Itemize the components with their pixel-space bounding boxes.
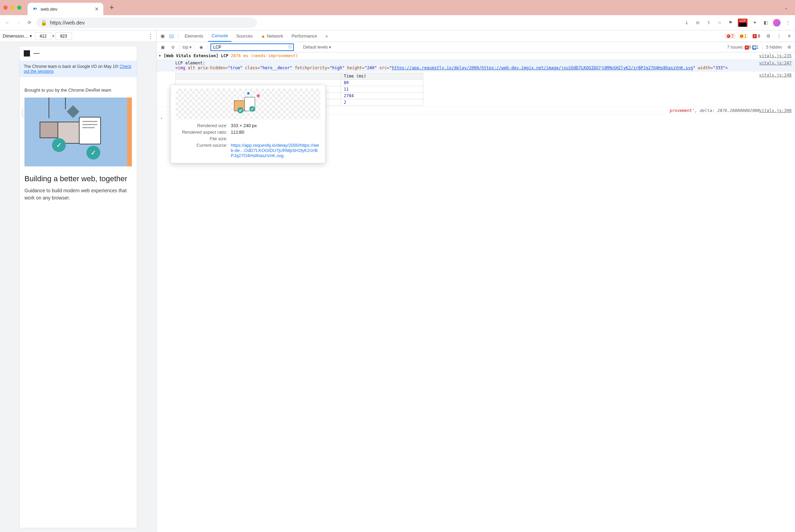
expand-toggle[interactable]: ▼ xyxy=(159,54,161,58)
lcp-extension-badge[interactable]: LCP 2.88 xyxy=(738,19,747,27)
back-button[interactable]: ← xyxy=(3,20,11,25)
console-filter-bar: ▣ ⊘ top ▾ ◉ ⓧ Default levels ▾ 7 Issues:… xyxy=(157,42,795,52)
window-controls xyxy=(3,6,21,10)
tab-title: web.dev xyxy=(41,7,57,12)
page-body: Brought to you by the Chrome DevRel team… xyxy=(20,77,137,206)
source-link[interactable]: vitals.js:247 xyxy=(759,61,792,65)
table-cell: 2784 xyxy=(341,93,423,99)
tab-performance[interactable]: Performance xyxy=(288,30,320,42)
log-value: 2876 ms xyxy=(231,53,248,58)
promo-banner: The Chrome team is back at Google I/O on… xyxy=(20,61,137,77)
hover-value xyxy=(231,136,320,141)
console-sidebar-toggle-icon[interactable]: ▣ xyxy=(159,45,166,50)
hover-key: Current source: xyxy=(176,143,227,158)
height-input[interactable] xyxy=(55,32,72,40)
log-label: LCP element: xyxy=(175,61,205,65)
lcp-badge-label: LCP xyxy=(740,19,746,22)
log-delta-label: , delta: xyxy=(694,108,714,113)
source-link[interactable]: vitals.js:248 xyxy=(759,73,792,78)
devtools-panel: ▣ ▯▯ Elements Console Sources ▲Network P… xyxy=(157,30,795,532)
extensions-icon[interactable]: ✦ xyxy=(751,20,758,25)
dimension-inputs: × xyxy=(35,32,72,40)
lcp-badge-value: 2.88 xyxy=(739,23,746,27)
live-expression-icon[interactable]: ◉ xyxy=(197,45,205,50)
tabs-dropdown-button[interactable]: ⌄ xyxy=(781,5,792,10)
source-link[interactable]: vitals.js:308 xyxy=(759,108,792,113)
hover-source-link[interactable]: https://app.requestly.io/delay/2000/http… xyxy=(231,143,319,158)
source-link[interactable]: vitals.js:235 xyxy=(759,53,792,58)
reload-button[interactable]: ⟳ xyxy=(25,20,33,25)
tab-elements[interactable]: Elements xyxy=(181,30,207,42)
img-src-link[interactable]: https://app.requestly.io/delay/2000/http… xyxy=(392,65,693,70)
warning-count-badge[interactable]: !1 xyxy=(738,33,748,39)
issues-message-icon: 💬 xyxy=(752,45,756,50)
clear-filter-icon[interactable]: ⓧ xyxy=(288,44,292,50)
banner-text: The Chrome team is back at Google I/O on… xyxy=(24,64,120,69)
console-log-row[interactable]: vitals.js:247 LCP element: <img alt aria… xyxy=(157,60,795,72)
device-bar-menu[interactable]: ⋮ xyxy=(147,32,154,40)
hidden-count: 5 hidden xyxy=(766,45,782,50)
page-header xyxy=(20,46,137,61)
bookmark-icon[interactable]: ☆ xyxy=(716,20,723,25)
svg-point-2 xyxy=(237,107,244,113)
console-settings-icon[interactable]: ⚙ xyxy=(785,45,793,50)
error-count-badge[interactable]: ✕7 xyxy=(725,33,735,39)
hover-thumbnail xyxy=(176,89,320,120)
console-output: ▼ vitals.js:235 [Web Vitals Extension] L… xyxy=(157,52,795,532)
new-tab-button[interactable]: + xyxy=(106,3,117,12)
share-icon[interactable]: ⇧ xyxy=(705,20,712,25)
emulated-viewport-wrap: The Chrome team is back at Google I/O on… xyxy=(0,42,156,532)
devtools-close-icon[interactable]: ✕ xyxy=(785,33,793,39)
fullscreen-window-button[interactable] xyxy=(17,6,21,10)
clear-console-icon[interactable]: ⊘ xyxy=(169,45,177,50)
tab-overflow[interactable]: » xyxy=(322,30,331,42)
log-levels-dropdown[interactable]: Default levels ▾ xyxy=(303,45,331,50)
tab-console[interactable]: Console xyxy=(208,30,231,42)
tab-favicon xyxy=(32,6,38,12)
forward-button[interactable]: → xyxy=(14,20,22,25)
tab-sources[interactable]: Sources xyxy=(233,30,256,42)
console-filter-input[interactable] xyxy=(211,44,293,51)
col-time: Time (ms) xyxy=(341,73,423,80)
context-selector[interactable]: top ▾ xyxy=(183,45,192,50)
log-prefix: [Web Vitals Extension] xyxy=(164,53,218,58)
hamburger-icon[interactable] xyxy=(33,53,40,54)
page-heading: Building a better web, together xyxy=(24,174,132,184)
browser-tab[interactable]: web.dev × xyxy=(28,3,103,15)
hover-value: 111∶80 xyxy=(231,130,320,135)
device-toggle-icon[interactable]: ▯▯ xyxy=(168,33,175,39)
hero-image: ✓ ✓ xyxy=(24,98,132,166)
svg-rect-5 xyxy=(256,94,260,98)
close-window-button[interactable] xyxy=(3,6,8,10)
tab-network[interactable]: ▲Network xyxy=(258,30,287,42)
issues-button[interactable]: 7 Issues: ✕6 💬1 xyxy=(727,45,759,50)
dimensions-dropdown[interactable]: Dimension… ▾ xyxy=(3,33,32,39)
sidepanel-icon[interactable]: ◧ xyxy=(762,20,770,25)
address-bar[interactable]: 🔒 https://web.dev xyxy=(37,18,257,28)
install-app-icon[interactable]: ⤓ xyxy=(683,20,690,25)
times-label: × xyxy=(52,33,55,39)
flag-icon[interactable]: ⚑ xyxy=(727,20,734,25)
console-log-row[interactable]: ▼ vitals.js:235 [Web Vitals Extension] L… xyxy=(157,52,795,60)
log-delta-value: 2876.200000002980 xyxy=(717,108,759,113)
log-metric: LCP xyxy=(221,53,228,58)
warning-icon: ▲ xyxy=(261,33,266,39)
site-logo[interactable] xyxy=(24,50,30,57)
table-cell: 11 xyxy=(341,86,423,93)
width-input[interactable] xyxy=(35,32,51,40)
table-cell: 2 xyxy=(341,99,423,106)
close-tab-button[interactable]: × xyxy=(95,6,99,13)
zoom-icon[interactable]: ⊖ xyxy=(694,20,701,25)
profile-avatar[interactable] xyxy=(773,19,781,27)
hover-key: File size: xyxy=(176,136,227,141)
inspect-element-icon[interactable]: ▣ xyxy=(159,33,166,39)
devtools-menu-icon[interactable]: ⋮ xyxy=(775,33,783,39)
devtools-settings-icon[interactable]: ⚙ xyxy=(765,33,772,39)
chrome-menu-button[interactable]: ⋮ xyxy=(784,20,792,25)
minimize-window-button[interactable] xyxy=(10,6,14,10)
image-hover-card: Rendered size:333 × 240 px Rendered aspe… xyxy=(171,85,326,163)
blocked-count-badge[interactable]: ✕6 xyxy=(751,33,762,39)
log-status: (needs-improvement) xyxy=(251,53,298,58)
hover-key: Rendered size: xyxy=(176,123,227,128)
device-toolbar: Dimension… ▾ × ⋮ xyxy=(0,30,156,42)
